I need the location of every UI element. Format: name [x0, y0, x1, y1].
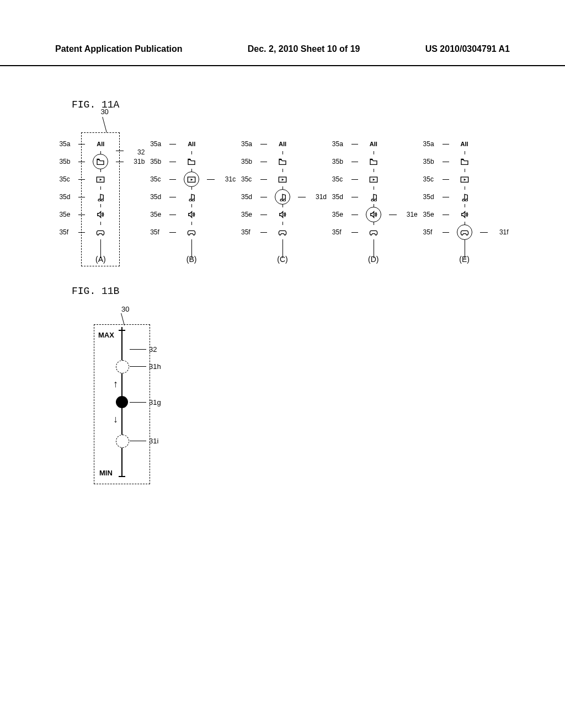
label-35c: 35c: [332, 175, 343, 183]
play-icon: [275, 172, 290, 186]
leader-tick: [351, 232, 358, 233]
leader-31i: [130, 441, 146, 441]
ref-30-label: 30: [100, 108, 108, 116]
label-35a: 35a: [241, 140, 252, 148]
arrow-down-icon: ↓: [113, 414, 118, 425]
menu-row-a: 35aAII: [244, 135, 321, 153]
menu-row-f: 35f: [335, 223, 412, 241]
leader-tick: [351, 179, 358, 180]
label-35d: 35d: [150, 193, 161, 201]
label-35f: 35f: [423, 228, 433, 236]
speaker-icon: [184, 207, 199, 222]
column-C: 35aAII35b35c35d31d35e35f(C): [244, 121, 321, 264]
leader-tick: [260, 162, 267, 162]
menu-row-e: 35e: [244, 206, 321, 223]
gamepad-icon: [457, 224, 472, 240]
ref-31c: 31c: [225, 175, 236, 183]
menu-row-e: 35e: [426, 206, 503, 223]
leader-tick: [169, 144, 176, 144]
menu-row-d: 35d: [62, 188, 139, 206]
slider-bottom-cap: [119, 476, 125, 477]
leader-31h: [130, 366, 146, 367]
leader-tick: [78, 232, 85, 233]
ref-31i-label: 31i: [149, 437, 158, 445]
label-35d: 35d: [241, 193, 252, 201]
column-A: 3035aAII3235b31b35c35d35e35f(A): [62, 121, 139, 264]
label-35c: 35c: [241, 175, 252, 183]
menu-row-f: 35f: [153, 223, 230, 241]
menu-row-b: 35b31b: [62, 153, 139, 170]
menu-row-e: 35e31e: [335, 206, 412, 223]
menu-row-d: 35d: [153, 188, 230, 206]
ref-31e: 31e: [407, 211, 418, 218]
ref-30-leader: [121, 313, 129, 325]
leader-tick: [169, 179, 176, 180]
menu-row-d: 35d31d: [244, 188, 321, 206]
music-icon: [457, 190, 472, 204]
label-35b: 35b: [150, 158, 161, 165]
leader-right: [207, 179, 215, 180]
menu-row-b: 35b: [153, 153, 230, 170]
gamepad-icon: [366, 225, 381, 239]
leader-right: [116, 162, 124, 162]
ref-31b: 31b: [134, 158, 145, 165]
label-35d: 35d: [423, 193, 434, 201]
all-icon: AII: [366, 137, 381, 151]
music-icon: [184, 190, 199, 204]
header-left: Patent Application Publication: [55, 44, 183, 54]
play-icon: [457, 172, 472, 186]
fig-11b-title: FIG. 11B: [72, 286, 565, 297]
leader-tick: [169, 197, 176, 197]
label-35c: 35c: [423, 175, 434, 183]
label-35e: 35e: [423, 211, 434, 218]
slider-position-h: [116, 360, 129, 373]
leader-tick: [78, 197, 85, 197]
play-icon: [366, 172, 381, 186]
fig-11a-title: FIG. 11A: [72, 99, 565, 110]
label-35f: 35f: [150, 228, 159, 236]
menu-row-b: 35b: [335, 153, 412, 170]
all-icon: AII: [93, 137, 108, 151]
folder-icon: [93, 154, 108, 169]
label-35e: 35e: [332, 211, 343, 218]
menu-row-f: 35f: [244, 223, 321, 241]
ref-31h-label: 31h: [149, 362, 161, 371]
menu-row-f: 35f: [62, 223, 139, 241]
menu-row-c: 35c31c: [153, 170, 230, 188]
min-label: MIN: [99, 469, 113, 477]
leader-tick: [443, 232, 449, 233]
leader-31g: [130, 402, 146, 403]
header-right: US 2010/0304791 A1: [425, 44, 510, 54]
leader-tick: [351, 162, 358, 162]
leader-tick: [443, 162, 449, 162]
leader-tick: [78, 215, 85, 215]
column-D: 35aAII35b35c35d35e31e35f(D): [335, 121, 412, 264]
label-35d: 35d: [332, 193, 343, 201]
menu-row-c: 35c: [62, 170, 139, 188]
label-35a: 35a: [59, 140, 70, 148]
leader-tick: [351, 197, 358, 197]
menu-row-c: 35c: [244, 170, 321, 188]
label-35c: 35c: [150, 175, 161, 183]
label-35d: 35d: [59, 193, 70, 201]
leader-32: [116, 151, 124, 151]
gamepad-icon: [184, 225, 199, 239]
all-icon: AII: [275, 137, 290, 151]
leader-tick: [351, 144, 358, 144]
label-35f: 35f: [59, 228, 68, 236]
patent-header: Patent Application Publication Dec. 2, 2…: [0, 0, 565, 66]
folder-icon: [457, 154, 472, 169]
ref-31d: 31d: [316, 193, 327, 201]
leader-32: [130, 349, 146, 350]
folder-icon: [184, 154, 199, 169]
leader-tick: [78, 179, 85, 180]
leader-tick: [443, 144, 449, 144]
label-35e: 35e: [150, 211, 161, 218]
leader-tick: [78, 162, 85, 162]
leader-tick: [169, 215, 176, 215]
leader-right: [480, 232, 488, 233]
all-icon: AII: [457, 137, 472, 151]
menu-row-b: 35b: [426, 153, 503, 170]
leader-tick: [169, 232, 176, 233]
label-35e: 35e: [59, 211, 70, 218]
